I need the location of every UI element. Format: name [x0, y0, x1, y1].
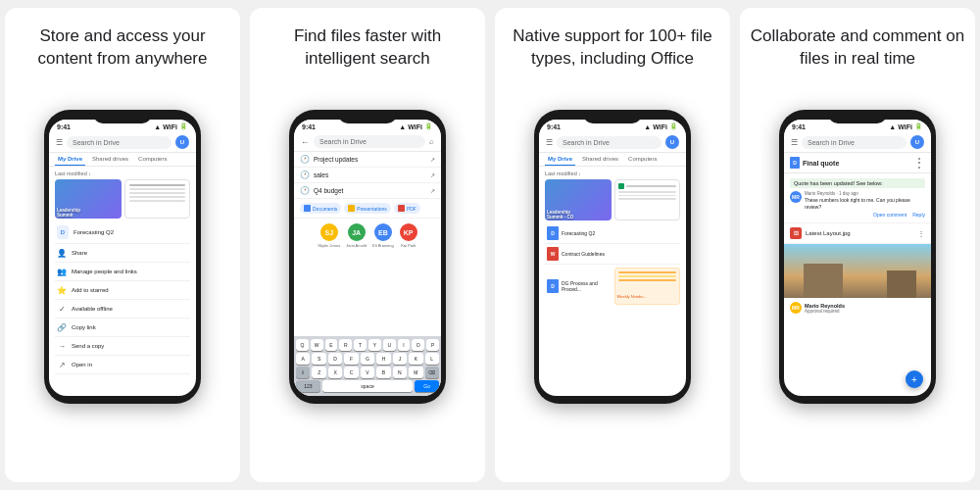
menu-item-openin[interactable]: ↗ Open in	[55, 356, 190, 374]
key-c[interactable]: C	[344, 367, 358, 378]
key-i[interactable]: I	[398, 339, 411, 351]
key-h[interactable]: H	[376, 353, 390, 365]
key-backspace[interactable]: ⌫	[425, 367, 439, 378]
file-name-dg: DG Process and Proced...	[562, 280, 610, 292]
img-file-icon: 🖼	[790, 227, 802, 239]
second-comment-time: Approval required	[805, 309, 845, 314]
file-icon-dg: D	[547, 279, 559, 293]
key-u[interactable]: U	[383, 339, 396, 351]
tab-mydrive-3[interactable]: My Drive	[545, 153, 575, 166]
key-f[interactable]: F	[344, 353, 358, 365]
second-commenter-avatar: MR	[790, 302, 802, 314]
fab-add-button[interactable]: +	[906, 370, 923, 388]
second-comment-block: MR Mario Reynolds Approval required	[784, 298, 931, 318]
screen-content-1: Last modified ↓ LeadershipSummit	[49, 167, 196, 378]
status-icons-1: ▲WiFi🔋	[154, 122, 188, 130]
key-d[interactable]: D	[328, 353, 342, 365]
key-r[interactable]: R	[339, 339, 352, 351]
key-x[interactable]: X	[328, 367, 342, 378]
sendcopy-icon: →	[57, 341, 67, 351]
key-go[interactable]: Go	[415, 380, 439, 392]
roadmap-line	[626, 185, 677, 187]
phone-screen-1: 9:41 ▲WiFi🔋 ☰ Search in Drive U My Drive…	[49, 120, 196, 396]
key-j[interactable]: J	[393, 353, 407, 365]
key-a[interactable]: A	[296, 353, 310, 365]
file-row-dg[interactable]: D DG Process and Proced...	[545, 268, 612, 305]
key-n[interactable]: N	[393, 367, 407, 378]
key-m[interactable]: M	[409, 367, 422, 378]
key-q[interactable]: Q	[296, 339, 309, 351]
key-row-1: Q W E R T Y U I O P	[296, 339, 439, 351]
open-comment-btn[interactable]: Open comment	[873, 212, 906, 218]
image-file-block: 🖼 Latest Layout.jpg ⋮	[784, 223, 931, 244]
key-t[interactable]: T	[354, 339, 367, 351]
key-v[interactable]: V	[361, 367, 374, 378]
menu-item-starred[interactable]: ⭐ Add to starred	[55, 281, 190, 300]
phone-mockup-2: 9:41 ▲WiFi🔋 ← Search in Drive ⌕ 🕐 Projec…	[289, 110, 446, 404]
key-b[interactable]: B	[376, 367, 390, 378]
mic-icon: ⌕	[429, 137, 434, 146]
menu-item-offline[interactable]: ✓ Available offline	[55, 300, 190, 318]
person-2[interactable]: JA Jami Arnold	[346, 223, 367, 248]
person-4[interactable]: KP Kai Park	[400, 223, 417, 248]
key-shift[interactable]: ⇧	[296, 367, 310, 378]
tab-shared-1[interactable]: Shared drives	[89, 153, 131, 166]
tab-mydrive-1[interactable]: My Drive	[55, 153, 85, 166]
chip-presentations[interactable]: Presentations	[344, 203, 391, 214]
drive-header-2: ← Search in Drive ⌕	[294, 132, 441, 152]
key-y[interactable]: Y	[368, 339, 381, 351]
building-shape-1	[804, 264, 843, 298]
file-row-forecast[interactable]: D Forecasting Q2	[545, 223, 680, 244]
tab-computers-1[interactable]: Computers	[135, 153, 170, 166]
key-space[interactable]: space	[322, 380, 414, 392]
search-bar-2[interactable]: Search in Drive	[314, 135, 425, 148]
img-more-icon[interactable]: ⋮	[917, 229, 925, 238]
key-o[interactable]: O	[412, 339, 424, 351]
reply-btn[interactable]: Reply	[912, 212, 925, 218]
menu-item-share[interactable]: 👤 Share	[55, 244, 190, 263]
chip-documents[interactable]: Documents	[300, 203, 341, 214]
suggestion-3[interactable]: 🕐 Q4 budget ↗	[294, 183, 441, 199]
menu-item-copylink[interactable]: 🔗 Copy link	[55, 318, 190, 337]
tab-computers-3[interactable]: Computers	[625, 153, 660, 166]
file-card-summit[interactable]: LeadershipSummit - CO	[545, 179, 612, 220]
menu-item-forecast[interactable]: D Forecasting Q2	[55, 221, 190, 244]
key-g[interactable]: G	[361, 353, 374, 365]
hamburger-icon-1: ☰	[56, 138, 63, 147]
search-bar-1[interactable]: Search in Drive	[67, 136, 172, 149]
drive-header-3: ☰ Search in Drive U	[539, 132, 686, 153]
tab-shared-3[interactable]: Shared drives	[579, 153, 621, 166]
back-arrow-icon[interactable]: ←	[301, 137, 310, 147]
more-options-icon[interactable]: ⋮	[913, 156, 925, 170]
menu-text-openin: Open in	[72, 362, 92, 368]
search-bar-3[interactable]: Search in Drive	[557, 136, 662, 149]
menu-item-manage[interactable]: 👥 Manage people and links	[55, 263, 190, 281]
status-icons-2: ▲WiFi🔋	[399, 122, 433, 130]
file-card-roadmap[interactable]	[614, 179, 681, 220]
key-e[interactable]: E	[325, 339, 338, 351]
comment-text: These numbers look right to me. Can you …	[805, 197, 925, 210]
arrow-icon-2: ↗	[430, 172, 435, 178]
person-3[interactable]: EB Eli Branning	[372, 223, 394, 248]
suggestion-1[interactable]: 🕐 Project updates ↗	[294, 152, 441, 168]
key-s[interactable]: S	[312, 353, 325, 365]
key-123[interactable]: 123	[296, 380, 320, 392]
suggestion-2[interactable]: 🕐 sales ↗	[294, 168, 441, 183]
key-l[interactable]: L	[425, 353, 439, 365]
person-1[interactable]: SJ Skyler Jones	[318, 223, 340, 248]
chip-pdf[interactable]: PDF	[394, 203, 420, 214]
key-z[interactable]: Z	[312, 367, 325, 378]
menu-item-sendcopy[interactable]: → Send a copy	[55, 337, 190, 356]
status-time-4: 9:41	[792, 123, 806, 130]
key-p[interactable]: P	[426, 339, 439, 351]
user-avatar-mario: MR	[790, 191, 802, 203]
chip-pdf-label: PDF	[407, 206, 416, 212]
file-row-contract[interactable]: W Contract Guidelines	[545, 244, 680, 265]
key-k[interactable]: K	[409, 353, 422, 365]
key-w[interactable]: W	[311, 339, 323, 351]
arrow-icon-3: ↗	[430, 187, 435, 194]
pdf-chip-icon	[398, 205, 405, 212]
search-bar-4[interactable]: Search in Drive	[802, 136, 906, 149]
file-weekly[interactable]: Weekly Notebo...	[614, 268, 681, 305]
avatar-name-3: Eli Branning	[372, 243, 394, 248]
